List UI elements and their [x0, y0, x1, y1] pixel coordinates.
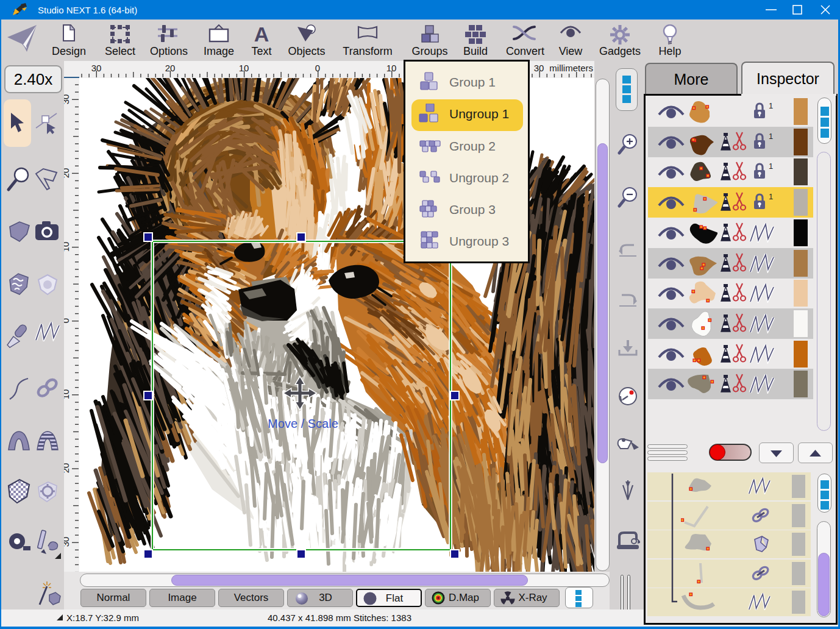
svg-text:millimeters: millimeters — [549, 63, 593, 73]
svg-text:30: 30 — [534, 63, 544, 73]
svg-text:0: 0 — [64, 318, 71, 323]
svg-text:10: 10 — [386, 63, 397, 73]
svg-text:1: 1 — [769, 101, 773, 110]
svg-text:A: A — [254, 24, 269, 44]
svg-text:20: 20 — [165, 63, 176, 73]
svg-text:Move / Scale: Move / Scale — [268, 417, 338, 430]
svg-text:20: 20 — [64, 168, 71, 179]
svg-text:0: 0 — [315, 63, 320, 73]
svg-text:10: 10 — [64, 389, 71, 400]
svg-text:10: 10 — [64, 242, 71, 252]
svg-text:30: 30 — [64, 537, 71, 547]
svg-text:20: 20 — [64, 463, 71, 474]
svg-text:30: 30 — [64, 94, 71, 105]
svg-text:1: 1 — [769, 162, 773, 171]
svg-text:10: 10 — [239, 63, 249, 73]
svg-text:1: 1 — [769, 132, 773, 141]
svg-text:1: 1 — [769, 192, 773, 201]
svg-text:30: 30 — [91, 63, 102, 73]
